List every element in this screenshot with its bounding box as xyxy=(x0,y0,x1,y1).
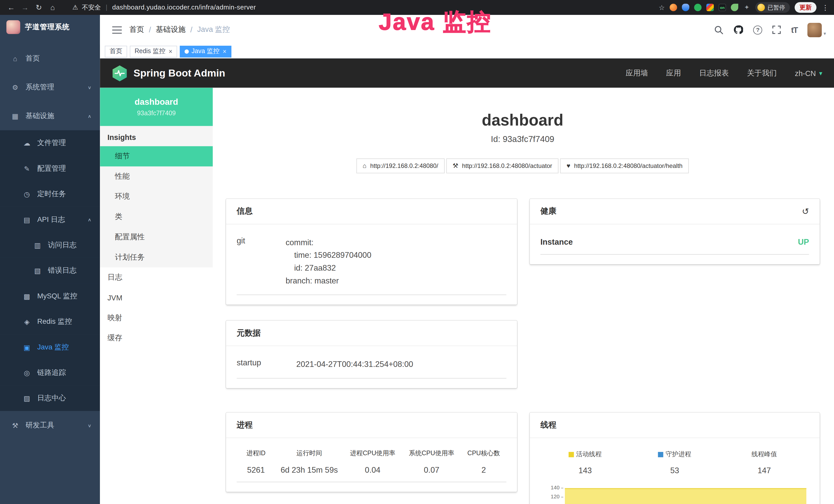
app-brand-title: 芋道管理系统 xyxy=(25,22,70,31)
active-tab-dot xyxy=(185,49,189,54)
sba-sidebar-item[interactable]: 环境 xyxy=(100,187,213,207)
info-line: time: 1596289704000 xyxy=(286,249,371,261)
user-avatar[interactable]: ▾ xyxy=(808,23,826,37)
app-brand[interactable]: 芋道管理系统 xyxy=(0,15,100,39)
instance-link-chip[interactable]: ⌂http://192.168.0.2:48080/ xyxy=(356,158,445,173)
browser-forward-icon[interactable]: → xyxy=(19,3,31,12)
sidebar-item-label: API 日志 xyxy=(37,215,65,224)
browser-home-icon[interactable]: ⌂ xyxy=(47,3,59,12)
sba-nav-wallboard[interactable]: 应用墙 xyxy=(626,68,648,78)
close-tab-icon[interactable]: × xyxy=(169,48,172,54)
sba-root-list: 日志JVM映射缓存 xyxy=(100,268,213,348)
card-process-title: 进程 xyxy=(237,420,253,430)
threads-metric-name: 活动线程 xyxy=(576,450,601,459)
sidebar-item-config-mgmt[interactable]: ✎配置管理 xyxy=(0,156,100,181)
sidebar-item-java-monitor[interactable]: ▣Java 监控 xyxy=(0,335,100,360)
process-column-header: 进程CPU使用率 xyxy=(343,449,402,458)
sidebar-collapse-icon[interactable] xyxy=(108,21,126,39)
address-bar-url[interactable]: dashboard.yudao.iocoder.cn/infra/admin-s… xyxy=(112,4,256,11)
sba-sidebar-item[interactable]: 配置属性 xyxy=(100,227,213,247)
extension-blue-drop-icon[interactable] xyxy=(682,4,689,11)
card-health: 健康 ↺ Instance UP xyxy=(530,199,820,264)
sidebar-item-trace[interactable]: ◎链路追踪 xyxy=(0,360,100,385)
sba-sidebar-item[interactable]: 缓存 xyxy=(100,328,213,348)
sba-sidebar-item[interactable]: 日志 xyxy=(100,268,213,288)
home-icon: ⌂ xyxy=(10,54,20,62)
app-logo xyxy=(6,20,20,34)
sba-nav-journal[interactable]: 日志报表 xyxy=(699,68,729,78)
threads-chart-yaxis: 140120100 xyxy=(541,484,565,504)
view-tab[interactable]: Redis 监控× xyxy=(130,45,177,57)
fullscreen-icon[interactable] xyxy=(772,25,781,34)
font-size-icon[interactable]: tT xyxy=(791,25,797,34)
profile-paused-badge[interactable]: 已暂停 xyxy=(755,2,790,13)
sidebar-item-infrastructure[interactable]: ▦基础设施∧ xyxy=(0,102,100,131)
extension-on-badge-icon[interactable]: on xyxy=(719,4,726,11)
sba-sidebar-item[interactable]: 细节 xyxy=(100,146,213,166)
sidebar-item-system-mgmt[interactable]: ⚙系统管理∨ xyxy=(0,73,100,102)
sidebar-item-scheduled-jobs[interactable]: ◷定时任务 xyxy=(0,181,100,207)
close-tab-icon[interactable]: × xyxy=(223,48,226,54)
breadcrumb-item[interactable]: 首页 xyxy=(129,25,144,35)
instance-link-url: http://192.168.0.2:48080/actuator/health xyxy=(574,163,682,169)
process-column: 进程CPU使用率0.04 xyxy=(343,449,402,474)
browser-menu-icon[interactable]: ⋮ xyxy=(822,3,829,11)
card-threads-title: 线程 xyxy=(541,420,556,430)
view-tab-label: 首页 xyxy=(110,47,123,56)
view-tab[interactable]: 首页 xyxy=(105,45,127,57)
breadcrumb-item: Java 监控 xyxy=(197,25,230,35)
sidebar-item-mysql-monitor[interactable]: ▩MySQL 监控 xyxy=(0,283,100,309)
sba-insights-list: 细节性能环境类配置属性计划任务 xyxy=(100,146,213,267)
sba-sidebar-item[interactable]: 映射 xyxy=(100,308,213,328)
browser-update-button[interactable]: 更新 xyxy=(795,2,816,13)
extension-colorful-grid-icon[interactable] xyxy=(706,4,714,11)
bookmark-star-icon[interactable]: ☆ xyxy=(659,3,665,11)
breadcrumb-item[interactable]: 基础设施 xyxy=(156,25,186,35)
chevron-up-icon: ∧ xyxy=(88,113,91,118)
extension-orange-icon[interactable] xyxy=(670,4,677,11)
process-column-value: 0.07 xyxy=(402,465,461,474)
app-sidebar: 芋道管理系统 ⌂首页⚙系统管理∨▦基础设施∧☁文件管理✎配置管理◷定时任务▤AP… xyxy=(0,15,100,504)
sidebar-item-home[interactable]: ⌂首页 xyxy=(0,44,100,73)
browser-back-icon[interactable]: ← xyxy=(5,3,17,12)
avatar-caret-icon: ▾ xyxy=(824,30,826,37)
sidebar-item-error-logs[interactable]: ▧错误日志 xyxy=(0,258,100,283)
sidebar-item-dev-tools[interactable]: ⚒研发工具∨ xyxy=(0,411,100,440)
sidebar-item-label: 系统管理 xyxy=(25,83,54,92)
sba-content: dashboard Id: 93a3fc7f7409 ⌂http://192.1… xyxy=(213,88,834,504)
history-icon[interactable]: ↺ xyxy=(802,207,809,216)
sidebar-item-access-logs[interactable]: ▥访问日志 xyxy=(0,232,100,258)
address-bar[interactable]: ⚠ 不安全 | dashboard.yudao.iocoder.cn/infra… xyxy=(72,3,256,12)
threads-metric-name: 线程峰值 xyxy=(751,450,777,459)
sidebar-item-api-logs[interactable]: ▤API 日志∧ xyxy=(0,207,100,232)
language-selector[interactable]: zh-CN ▾ xyxy=(795,69,822,77)
sba-sidebar-item[interactable]: 计划任务 xyxy=(100,247,213,268)
sba-sidebar-item[interactable]: JVM xyxy=(100,288,213,308)
status-badge: UP xyxy=(798,237,809,246)
threads-metric: 活动线程143 xyxy=(541,450,630,475)
browser-reload-icon[interactable]: ↻ xyxy=(33,3,45,12)
instance-id: 93a3fc7f7409 xyxy=(137,109,176,117)
sba-nav-about[interactable]: 关于我们 xyxy=(747,68,777,78)
sidebar-item-redis-monitor[interactable]: ◈Redis 监控 xyxy=(0,309,100,334)
sba-sidebar-item[interactable]: 类 xyxy=(100,207,213,227)
github-icon[interactable] xyxy=(733,25,743,35)
instance-link-chip[interactable]: ⚒http://192.168.0.2:48080/actuator xyxy=(446,158,558,173)
extensions-puzzle-icon[interactable]: ✦ xyxy=(743,4,750,11)
card-row-1: 信息 git commit:time: 1596289704000id: 27a… xyxy=(226,199,819,304)
extension-green-leaf-icon[interactable] xyxy=(731,4,738,11)
help-icon[interactable]: ? xyxy=(753,25,762,34)
instance-link-chip[interactable]: ♥http://192.168.0.2:48080/actuator/healt… xyxy=(560,158,689,173)
search-icon[interactable] xyxy=(715,25,724,34)
sba-sidebar-item[interactable]: 性能 xyxy=(100,166,213,187)
sidebar-item-file-mgmt[interactable]: ☁文件管理 xyxy=(0,130,100,156)
sba-instance-block[interactable]: dashboard 93a3fc7f7409 xyxy=(100,88,213,126)
update-label: 更新 xyxy=(799,3,812,11)
sba-brand[interactable]: Spring Boot Admin xyxy=(112,65,225,82)
health-instance-row[interactable]: Instance UP xyxy=(541,234,809,255)
sba-nav-applications[interactable]: 应用 xyxy=(666,68,681,78)
sidebar-item-log-center[interactable]: ▨日志中心 xyxy=(0,385,100,411)
extension-green-circle-icon[interactable] xyxy=(694,4,701,11)
log-center-icon: ▨ xyxy=(22,394,31,402)
view-tab[interactable]: Java 监控× xyxy=(180,45,231,57)
